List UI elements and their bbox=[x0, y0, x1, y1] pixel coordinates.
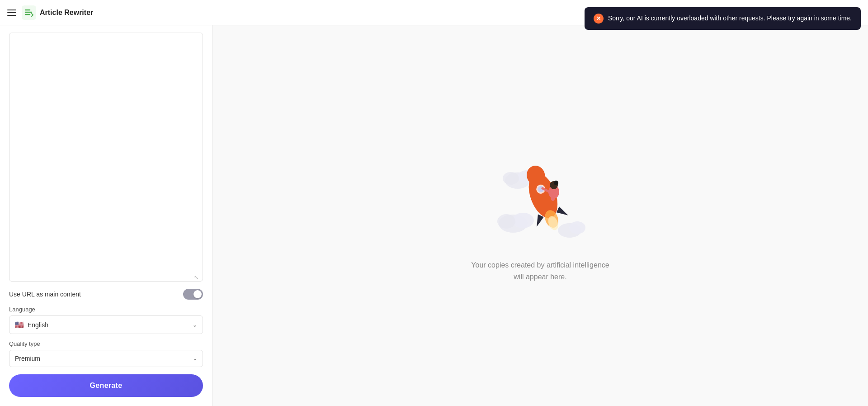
rocket-illustration bbox=[491, 149, 590, 248]
rocket-svg bbox=[491, 149, 590, 248]
svg-point-5 bbox=[512, 213, 534, 228]
svg-point-8 bbox=[569, 221, 585, 234]
generate-button[interactable]: Generate bbox=[9, 374, 203, 397]
app-title: Article Rewriter bbox=[40, 9, 93, 17]
toast-notification: ✕ Sorry, our AI is currently overloaded … bbox=[585, 7, 861, 30]
quality-type-select[interactable]: Premium ⌄ bbox=[9, 350, 203, 367]
svg-point-6 bbox=[497, 214, 515, 229]
left-panel: ⤡ Use URL as main content Language 🇺🇸 E bbox=[0, 25, 212, 406]
empty-state-text: Your copies created by artificial intell… bbox=[471, 259, 609, 282]
url-toggle-row: Use URL as main content bbox=[9, 289, 203, 300]
toast-message: Sorry, our AI is currently overloaded wi… bbox=[608, 14, 852, 23]
controls-area: Use URL as main content Language 🇺🇸 Engl… bbox=[0, 282, 212, 374]
toggle-switch-knob bbox=[193, 290, 202, 298]
textarea-wrapper: ⤡ bbox=[0, 25, 212, 282]
resize-handle-icon: ⤡ bbox=[194, 274, 199, 280]
url-toggle-label: Use URL as main content bbox=[9, 291, 81, 298]
main-layout: ⤡ Use URL as main content Language 🇺🇸 E bbox=[0, 25, 868, 406]
quality-type-field: Quality type Premium ⌄ bbox=[9, 340, 203, 367]
empty-state-line1: Your copies created by artificial intell… bbox=[471, 259, 609, 271]
svg-point-19 bbox=[554, 181, 558, 185]
language-chevron-icon: ⌄ bbox=[193, 322, 197, 328]
toast-error-icon: ✕ bbox=[594, 14, 604, 24]
svg-point-21 bbox=[551, 194, 555, 201]
language-flag: 🇺🇸 bbox=[15, 320, 24, 329]
left-panel-inner: ⤡ Use URL as main content Language 🇺🇸 E bbox=[0, 25, 212, 374]
header-logo: Article Rewriter bbox=[22, 5, 93, 20]
article-textarea[interactable] bbox=[9, 33, 203, 282]
language-field: Language 🇺🇸 English ⌄ bbox=[9, 306, 203, 334]
language-select[interactable]: 🇺🇸 English ⌄ bbox=[9, 315, 203, 334]
right-panel: Your copies created by artificial intell… bbox=[212, 25, 868, 406]
url-toggle-switch[interactable] bbox=[183, 289, 203, 300]
quality-type-label: Quality type bbox=[9, 340, 203, 347]
logo-icon bbox=[22, 5, 36, 20]
quality-type-value: Premium bbox=[15, 355, 40, 362]
quality-type-chevron-icon: ⌄ bbox=[193, 355, 197, 362]
language-value: English bbox=[28, 321, 48, 329]
menu-icon[interactable] bbox=[7, 10, 16, 16]
language-label: Language bbox=[9, 306, 203, 313]
empty-state-line2: will appear here. bbox=[471, 271, 609, 283]
svg-point-3 bbox=[503, 172, 519, 185]
